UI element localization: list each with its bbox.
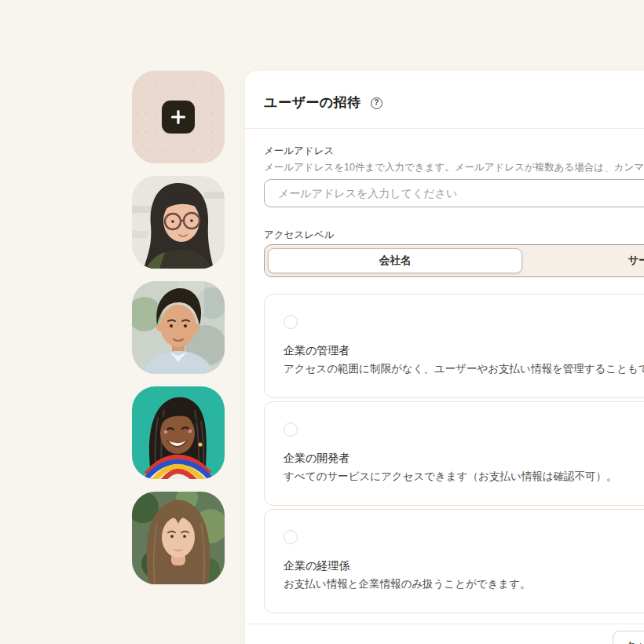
option-title: 企業の開発者 (284, 450, 644, 466)
email-input[interactable] (264, 179, 644, 207)
dialog-header: ユーザーの招待 ? (245, 71, 644, 128)
radio-company-admin[interactable] (284, 315, 298, 329)
footer-divider (245, 624, 644, 624)
add-organization-button[interactable] (132, 71, 225, 163)
radio-company-accountant[interactable] (284, 530, 298, 544)
access-level-tabs: 会社名 サービス (264, 244, 644, 277)
option-company-developer[interactable]: 企業の開発者 すべてのサービスにアクセスできます（お支払い情報は確認不可）。 (264, 401, 644, 506)
avatar-woman-braids-teal[interactable] (132, 386, 225, 479)
option-title: 企業の経理係 (284, 558, 644, 573)
header-divider (245, 128, 644, 129)
tab-company[interactable]: 会社名 (268, 248, 522, 273)
option-description: アクセスの範囲に制限がなく、ユーザーやお支払い情報を管理することもできます。 (284, 361, 644, 377)
avatar-woman-brown-hair[interactable] (132, 492, 225, 584)
avatar-woman-with-glasses[interactable] (132, 176, 225, 269)
org-sidebar (132, 71, 225, 584)
invite-user-dialog: ユーザーの招待 ? メールアドレス メールアドレスを10件まで入力できます。メー… (245, 71, 644, 644)
option-description: すべてのサービスにアクセスできます（お支払い情報は確認不可）。 (284, 469, 644, 485)
option-description: お支払い情報と企業情報のみ扱うことができます。 (284, 576, 644, 592)
cancel-button[interactable]: キャンセル (613, 631, 644, 644)
access-role-options: 企業の管理者 アクセスの範囲に制限がなく、ユーザーやお支払い情報を管理することも… (264, 294, 644, 613)
page-title: ユーザーの招待 (264, 93, 361, 113)
avatar-man-office[interactable] (132, 281, 225, 374)
plus-icon (162, 101, 195, 134)
tab-service[interactable]: サービス (522, 248, 644, 273)
option-company-admin[interactable]: 企業の管理者 アクセスの範囲に制限がなく、ユーザーやお支払い情報を管理することも… (264, 294, 644, 398)
option-company-accountant[interactable]: 企業の経理係 お支払い情報と企業情報のみ扱うことができます。 (264, 509, 644, 613)
help-icon[interactable]: ? (371, 97, 382, 109)
email-label: メールアドレス (264, 145, 644, 157)
option-title: 企業の管理者 (284, 342, 644, 358)
radio-company-developer[interactable] (284, 423, 298, 437)
access-level-label: アクセスレベル (264, 229, 644, 241)
page-background: ユーザーの招待 ? メールアドレス メールアドレスを10件まで入力できます。メー… (0, 0, 644, 644)
email-helper-text: メールアドレスを10件まで入力できます。メールアドレスが複数ある場合は、カンマで… (264, 161, 644, 174)
